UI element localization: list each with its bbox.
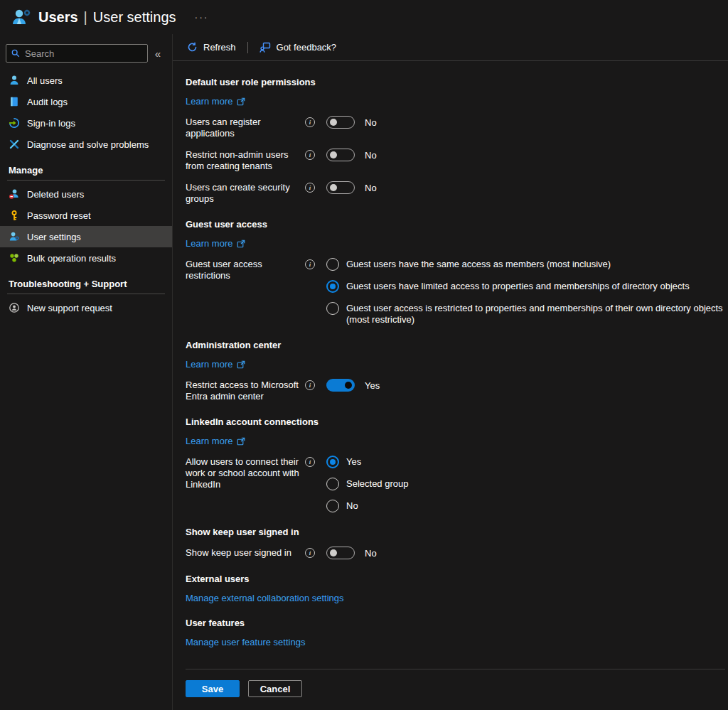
learn-more-link[interactable]: Learn more bbox=[186, 238, 245, 249]
setting-label: Guest user access restrictions bbox=[186, 258, 305, 281]
info-icon[interactable]: i bbox=[305, 117, 315, 127]
manage-external-collaboration-link[interactable]: Manage external collaboration settings bbox=[186, 593, 344, 603]
info-icon[interactable]: i bbox=[305, 548, 315, 558]
refresh-button[interactable]: Refresh bbox=[187, 42, 236, 53]
section-heading-external-users: External users bbox=[186, 574, 725, 584]
sidebar-item-new-support-request[interactable]: New support request bbox=[0, 297, 172, 318]
bulk-results-icon bbox=[9, 252, 20, 264]
external-link-icon bbox=[237, 240, 245, 248]
setting-row-create-security-groups: Users can create security groups i No bbox=[186, 181, 725, 205]
sidebar-item-deleted-users[interactable]: Deleted users bbox=[0, 183, 172, 205]
refresh-icon bbox=[187, 42, 198, 53]
toggle-restrict-tenant-creation[interactable] bbox=[326, 149, 355, 161]
radio-option-same-access[interactable]: Guest users have the same access as memb… bbox=[326, 258, 725, 271]
radio-label: No bbox=[346, 500, 358, 512]
toggle-create-security-groups[interactable] bbox=[326, 181, 355, 194]
external-link-icon bbox=[237, 437, 245, 446]
radio-option-limited-access[interactable]: Guest users have limited access to prope… bbox=[326, 280, 725, 293]
sidebar-item-label: Password reset bbox=[27, 210, 91, 221]
sidebar-item-all-users[interactable]: All users bbox=[0, 70, 172, 91]
info-icon[interactable]: i bbox=[305, 183, 315, 193]
radio-option-selected-group[interactable]: Selected group bbox=[326, 478, 725, 490]
cancel-button[interactable]: Cancel bbox=[248, 680, 302, 697]
info-icon[interactable]: i bbox=[305, 150, 315, 160]
toggle-register-applications[interactable] bbox=[326, 116, 355, 129]
info-icon[interactable]: i bbox=[305, 259, 315, 269]
setting-label: Users can register applications bbox=[186, 116, 305, 139]
external-link-icon bbox=[237, 97, 245, 106]
form-footer: Save Cancel bbox=[186, 652, 725, 703]
radio-label: Guest users have limited access to prope… bbox=[346, 280, 690, 292]
radio-icon bbox=[326, 258, 339, 271]
user-settings-icon bbox=[9, 231, 20, 242]
toggle-state-label: No bbox=[365, 150, 377, 161]
setting-row-restrict-admin-center: Restrict access to Microsoft Entra admin… bbox=[186, 379, 725, 402]
learn-more-label: Learn more bbox=[186, 238, 232, 249]
setting-row-restrict-tenant-creation: Restrict non-admin users from creating t… bbox=[186, 149, 725, 172]
toggle-state-label: Yes bbox=[365, 380, 380, 391]
sidebar-divider bbox=[7, 180, 165, 181]
feedback-label: Got feedback? bbox=[277, 42, 337, 53]
sidebar-item-label: Bulk operation results bbox=[27, 253, 116, 264]
sidebar: « All users Audit logs bbox=[0, 34, 173, 710]
manage-user-features-link[interactable]: Manage user feature settings bbox=[186, 637, 305, 647]
radio-option-no[interactable]: No bbox=[326, 500, 725, 512]
sidebar-item-label: Deleted users bbox=[27, 189, 84, 200]
toolbar-divider bbox=[247, 42, 248, 53]
toggle-state-label: No bbox=[365, 548, 377, 559]
sidebar-group-manage: Manage bbox=[0, 155, 172, 180]
sidebar-group-support: Troubleshooting + Support bbox=[0, 269, 172, 294]
page-header: Users|User settings ··· bbox=[0, 0, 728, 34]
main-panel: Refresh Got feedback? Default user role … bbox=[173, 34, 728, 710]
learn-more-link[interactable]: Learn more bbox=[186, 359, 245, 370]
sidebar-item-audit-logs[interactable]: Audit logs bbox=[0, 91, 172, 112]
learn-more-link[interactable]: Learn more bbox=[186, 96, 245, 107]
page-title-separator: | bbox=[78, 9, 93, 25]
sidebar-item-password-reset[interactable]: Password reset bbox=[0, 205, 172, 226]
feedback-icon bbox=[259, 42, 271, 53]
sidebar-item-user-settings[interactable]: User settings bbox=[0, 226, 172, 247]
section-heading-linkedin: LinkedIn account connections bbox=[186, 416, 725, 427]
page-title-primary: Users bbox=[38, 9, 78, 25]
page-title: Users|User settings bbox=[38, 9, 176, 26]
setting-row-register-applications: Users can register applications i No bbox=[186, 116, 725, 139]
external-link-icon bbox=[237, 360, 245, 369]
radio-icon-checked bbox=[326, 280, 339, 293]
radio-option-yes[interactable]: Yes bbox=[326, 456, 725, 468]
radio-option-restricted-access[interactable]: Guest user access is restricted to prope… bbox=[326, 302, 725, 326]
setting-row-guest-restrictions: Guest user access restrictions i Guest u… bbox=[186, 258, 725, 326]
sidebar-collapse-icon[interactable]: « bbox=[148, 48, 166, 60]
learn-more-label: Learn more bbox=[186, 96, 232, 107]
setting-label: Allow users to connect their work or sch… bbox=[186, 456, 305, 490]
support-request-icon bbox=[9, 302, 20, 313]
toggle-keep-signed-in[interactable] bbox=[326, 547, 355, 559]
info-icon[interactable]: i bbox=[305, 457, 315, 467]
search-input[interactable] bbox=[25, 48, 143, 59]
section-heading-user-features: User features bbox=[186, 618, 725, 628]
linkedin-radio-group: Yes Selected group No bbox=[326, 456, 725, 512]
section-heading-default-permissions: Default user role permissions bbox=[186, 77, 725, 87]
sidebar-search[interactable] bbox=[6, 44, 148, 63]
sidebar-item-label: User settings bbox=[27, 232, 81, 242]
sidebar-item-signin-logs[interactable]: Sign-in logs bbox=[0, 112, 172, 134]
learn-more-link[interactable]: Learn more bbox=[186, 436, 245, 446]
radio-icon bbox=[326, 500, 339, 512]
sidebar-item-diagnose[interactable]: Diagnose and solve problems bbox=[0, 134, 172, 155]
info-icon[interactable]: i bbox=[305, 380, 315, 390]
toolbar: Refresh Got feedback? bbox=[173, 34, 728, 61]
save-button[interactable]: Save bbox=[186, 680, 240, 697]
search-icon bbox=[11, 48, 21, 58]
learn-more-label: Learn more bbox=[186, 436, 232, 446]
radio-label: Selected group bbox=[346, 478, 408, 490]
more-options-icon[interactable]: ··· bbox=[195, 11, 209, 23]
setting-label: Restrict access to Microsoft Entra admin… bbox=[186, 379, 305, 402]
guest-access-radio-group: Guest users have the same access as memb… bbox=[326, 258, 725, 326]
app-window: Users|User settings ··· « bbox=[0, 0, 728, 710]
refresh-label: Refresh bbox=[203, 42, 236, 53]
deleted-users-icon bbox=[9, 188, 20, 200]
learn-more-label: Learn more bbox=[186, 359, 232, 370]
sidebar-item-bulk-results[interactable]: Bulk operation results bbox=[0, 247, 172, 269]
setting-label: Restrict non-admin users from creating t… bbox=[186, 149, 305, 172]
toggle-restrict-admin-center[interactable] bbox=[326, 379, 355, 392]
feedback-button[interactable]: Got feedback? bbox=[259, 42, 337, 53]
